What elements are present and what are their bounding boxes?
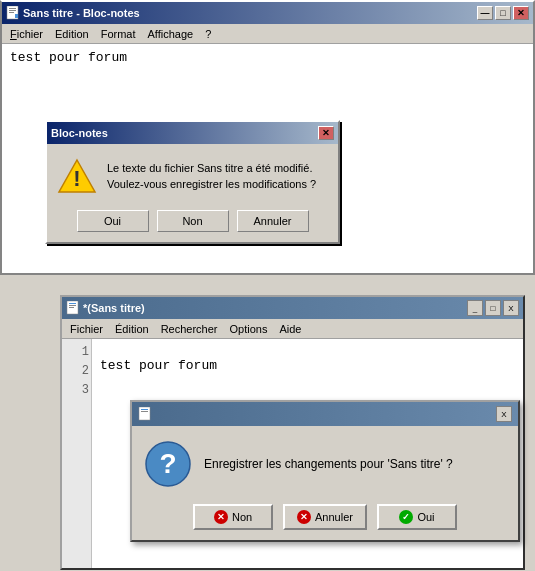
xp-dialog: Bloc-notes ✕ ! Le texte du fichier Sans … <box>45 120 340 244</box>
menu-affichage[interactable]: Affichage <box>142 26 200 42</box>
xp-oui-button[interactable]: Oui <box>77 210 149 232</box>
kde-dialog-body: ? Enregistrer les changements pour 'Sans… <box>132 426 518 540</box>
bottom-minimize-button[interactable]: _ <box>467 300 483 316</box>
xp-dialog-body: ! Le texte du fichier Sans titre a été m… <box>47 144 338 242</box>
svg-rect-3 <box>9 12 14 13</box>
menu-help[interactable]: ? <box>199 26 217 42</box>
kde-dialog-text: Enregistrer les changements pour 'Sans t… <box>204 457 453 471</box>
xp-dialog-title-buttons: ✕ <box>318 126 334 140</box>
kde-dialog-content-row: ? Enregistrer les changements pour 'Sans… <box>144 440 506 488</box>
kde-dialog: X ? Enregistrer les changements pour 'Sa… <box>130 400 520 542</box>
menu-edition[interactable]: Edition <box>49 26 95 42</box>
xp-dialog-content-row: ! Le texte du fichier Sans titre a été m… <box>57 156 328 196</box>
kde-dialog-buttons: ✕ Non ✕ Annuler ✓ Oui <box>144 504 506 530</box>
maximize-button[interactable]: □ <box>495 6 511 20</box>
notepad-icon <box>6 6 20 20</box>
menu-format[interactable]: Format <box>95 26 142 42</box>
xp-dialog-title-bar: Bloc-notes ✕ <box>47 122 338 144</box>
svg-rect-11 <box>139 407 150 420</box>
kde-dialog-title-bar: X <box>132 402 518 426</box>
bottom-menu-bar: Fichier Édition Rechercher Options Aide <box>62 319 523 339</box>
svg-rect-9 <box>69 305 76 306</box>
bottom-close-button[interactable]: X <box>503 300 519 316</box>
xp-dialog-buttons: Oui Non Annuler <box>57 210 328 232</box>
line-numbers: 1 2 3 <box>62 339 92 568</box>
xp-dialog-title: Bloc-notes <box>51 127 318 139</box>
kde-annuler-button[interactable]: ✕ Annuler <box>283 504 367 530</box>
xp-non-button[interactable]: Non <box>157 210 229 232</box>
annuler-icon: ✕ <box>297 510 311 524</box>
top-title-buttons: — □ ✕ <box>477 6 529 20</box>
top-menu-bar: FFichierichier Edition Format Affichage … <box>2 24 533 44</box>
bottom-title-buttons: _ □ X <box>467 300 519 316</box>
kde-oui-button[interactable]: ✓ Oui <box>377 504 457 530</box>
svg-text:!: ! <box>73 166 80 191</box>
kde-dialog-title-text <box>155 408 496 420</box>
bottom-menu-aide[interactable]: Aide <box>273 321 307 337</box>
question-icon: ? <box>144 440 192 488</box>
xp-dialog-text: Le texte du fichier Sans titre a été mod… <box>107 160 316 193</box>
bottom-menu-rechercher[interactable]: Rechercher <box>155 321 224 337</box>
svg-rect-2 <box>9 10 16 11</box>
non-icon: ✕ <box>214 510 228 524</box>
svg-rect-10 <box>69 307 74 308</box>
top-notepad-title-bar: Sans titre - Bloc-notes — □ ✕ <box>2 2 533 24</box>
minimize-button[interactable]: — <box>477 6 493 20</box>
oui-icon: ✓ <box>399 510 413 524</box>
kde-dialog-title-buttons: X <box>496 406 512 422</box>
xp-annuler-button[interactable]: Annuler <box>237 210 309 232</box>
bottom-menu-edition[interactable]: Édition <box>109 321 155 337</box>
warning-icon: ! <box>57 156 97 196</box>
kde-dialog-close-button[interactable]: X <box>496 406 512 422</box>
bottom-notepad-title-text: *(Sans titre) <box>83 302 467 314</box>
svg-rect-1 <box>9 8 16 9</box>
menu-fichier[interactable]: FFichierichier <box>4 26 49 42</box>
kde-dialog-icon <box>138 407 152 421</box>
svg-rect-13 <box>141 411 148 412</box>
svg-rect-8 <box>69 303 76 304</box>
bottom-notepad-title-bar: *(Sans titre) _ □ X <box>62 297 523 319</box>
kde-notepad-icon <box>66 301 80 315</box>
bottom-menu-fichier[interactable]: Fichier <box>64 321 109 337</box>
xp-dialog-close-button[interactable]: ✕ <box>318 126 334 140</box>
top-notepad-title-text: Sans titre - Bloc-notes <box>23 7 477 19</box>
close-button[interactable]: ✕ <box>513 6 529 20</box>
svg-rect-4 <box>15 14 18 18</box>
svg-text:?: ? <box>159 448 176 479</box>
svg-rect-12 <box>141 409 148 410</box>
bottom-menu-options[interactable]: Options <box>224 321 274 337</box>
bottom-maximize-button[interactable]: □ <box>485 300 501 316</box>
kde-non-button[interactable]: ✕ Non <box>193 504 273 530</box>
